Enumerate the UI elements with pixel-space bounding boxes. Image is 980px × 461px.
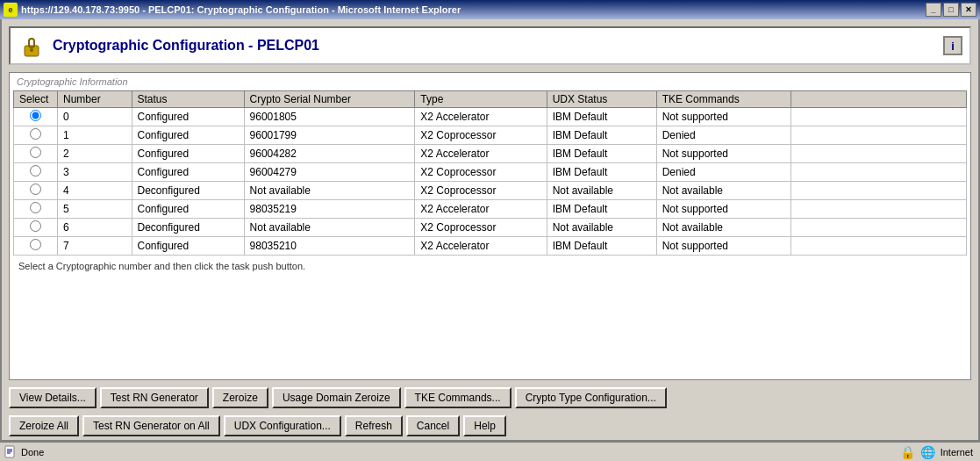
table-row[interactable]: 5Configured98035219X2 AcceleratorIBM Def…: [14, 200, 967, 219]
close-button[interactable]: ✕: [961, 3, 976, 17]
row-serial: 96004282: [244, 145, 415, 163]
row-status: Deconfigured: [132, 182, 244, 200]
row-radio-7[interactable]: [30, 239, 41, 250]
col-header-empty: [791, 91, 967, 108]
row-type: X2 Accelerator: [415, 200, 547, 219]
help-button[interactable]: Help: [463, 415, 506, 436]
test-rn-all-button[interactable]: Test RN Generator on All: [82, 415, 220, 436]
globe-icon: 🌐: [920, 445, 935, 459]
row-udx: IBM Default: [547, 145, 656, 163]
title-bar: e https://129.40.178.73:9950 - PELCP01: …: [0, 0, 980, 19]
lock-icon: [18, 32, 46, 60]
table-row[interactable]: 7Configured98035210X2 AcceleratorIBM Def…: [14, 237, 967, 256]
udx-config-button[interactable]: UDX Configuration...: [224, 415, 341, 436]
usage-domain-zeroize-button[interactable]: Usage Domain Zeroize: [272, 387, 401, 408]
row-radio-2[interactable]: [30, 147, 41, 158]
row-tke: Not supported: [656, 237, 790, 256]
row-radio-4[interactable]: [30, 184, 41, 195]
col-header-number: Number: [58, 91, 132, 108]
row-tke: Not supported: [656, 145, 790, 163]
status-bar-text: Done: [21, 447, 897, 457]
table-row[interactable]: 0Configured96001805X2 AcceleratorIBM Def…: [14, 108, 967, 126]
row-tke: Denied: [656, 126, 790, 145]
minimize-button[interactable]: _: [926, 3, 941, 17]
row-select-cell[interactable]: [14, 200, 58, 219]
browser-icon: e: [4, 3, 18, 17]
row-tke: Denied: [656, 163, 790, 182]
row-radio-3[interactable]: [30, 165, 41, 176]
tke-commands-button[interactable]: TKE Commands...: [404, 387, 511, 408]
row-number: 5: [58, 200, 132, 219]
row-empty: [791, 237, 967, 256]
row-status: Deconfigured: [132, 219, 244, 237]
row-select-cell[interactable]: [14, 126, 58, 145]
crypto-type-config-button[interactable]: Crypto Type Configuration...: [515, 387, 667, 408]
row-serial: Not available: [244, 219, 415, 237]
col-header-serial: Crypto Serial Number: [244, 91, 415, 108]
row-serial: 96001805: [244, 108, 415, 126]
row-empty: [791, 108, 967, 126]
row-radio-5[interactable]: [30, 202, 41, 213]
row-status: Configured: [132, 200, 244, 219]
cancel-button[interactable]: Cancel: [406, 415, 460, 436]
row-tke: Not supported: [656, 108, 790, 126]
main-window: Cryptographic Configuration - PELCP01 i …: [0, 19, 980, 442]
title-bar-controls[interactable]: _ □ ✕: [926, 3, 976, 17]
row-udx: IBM Default: [547, 163, 656, 182]
table-row[interactable]: 6DeconfiguredNot availableX2 Coprocessor…: [14, 219, 967, 237]
table-row[interactable]: 2Configured96004282X2 AcceleratorIBM Def…: [14, 145, 967, 163]
row-number: 4: [58, 182, 132, 200]
refresh-button[interactable]: Refresh: [345, 415, 403, 436]
row-select-cell[interactable]: [14, 163, 58, 182]
row-number: 0: [58, 108, 132, 126]
crypto-info-group: Cryptographic Information Select Number …: [9, 72, 971, 380]
col-header-tke: TKE Commands: [656, 91, 790, 108]
row-radio-6[interactable]: [30, 220, 41, 232]
col-header-status: Status: [132, 91, 244, 108]
row-select-cell[interactable]: [14, 219, 58, 237]
row-type: X2 Coprocessor: [415, 126, 547, 145]
row-select-cell[interactable]: [14, 145, 58, 163]
title-bar-text: https://129.40.178.73:9950 - PELCP01: Cr…: [21, 4, 461, 15]
row-select-cell[interactable]: [14, 237, 58, 256]
row-status: Configured: [132, 163, 244, 182]
row-type: X2 Accelerator: [415, 145, 547, 163]
info-icon-button[interactable]: i: [943, 36, 962, 55]
zeroize-button[interactable]: Zeroize: [212, 387, 268, 408]
row-udx: IBM Default: [547, 126, 656, 145]
window-title: Cryptographic Configuration - PELCP01: [53, 38, 319, 54]
row-status: Configured: [132, 108, 244, 126]
row-type: X2 Coprocessor: [415, 163, 547, 182]
table-row[interactable]: 3Configured96004279X2 CoprocessorIBM Def…: [14, 163, 967, 182]
zeroize-all-button[interactable]: Zeroize All: [9, 415, 79, 436]
row-udx: IBM Default: [547, 108, 656, 126]
row-tke: Not available: [656, 219, 790, 237]
row-number: 7: [58, 237, 132, 256]
table-row[interactable]: 1Configured96001799X2 CoprocessorIBM Def…: [14, 126, 967, 145]
row-empty: [791, 126, 967, 145]
row-tke: Not available: [656, 182, 790, 200]
group-legend: Cryptographic Information: [13, 76, 967, 87]
row-serial: 98035219: [244, 200, 415, 219]
row-serial: 96001799: [244, 126, 415, 145]
row-type: X2 Accelerator: [415, 237, 547, 256]
zone-text: Internet: [941, 447, 973, 457]
row-empty: [791, 200, 967, 219]
status-bar-right: 🔒 🌐 Internet: [900, 445, 973, 459]
table-row[interactable]: 4DeconfiguredNot availableX2 Coprocessor…: [14, 182, 967, 200]
row-serial: 96004279: [244, 163, 415, 182]
row-select-cell[interactable]: [14, 182, 58, 200]
row-number: 2: [58, 145, 132, 163]
maximize-button[interactable]: □: [943, 3, 959, 17]
row-select-cell[interactable]: [14, 108, 58, 126]
view-details-button[interactable]: View Details...: [9, 387, 97, 408]
row-status: Configured: [132, 126, 244, 145]
row-udx: IBM Default: [547, 237, 656, 256]
col-header-type: Type: [415, 91, 547, 108]
test-rn-generator-button[interactable]: Test RN Generator: [100, 387, 209, 408]
row-status: Configured: [132, 145, 244, 163]
row-tke: Not supported: [656, 200, 790, 219]
row-type: X2 Coprocessor: [415, 219, 547, 237]
row-radio-0[interactable]: [30, 110, 41, 121]
row-radio-1[interactable]: [30, 128, 41, 140]
